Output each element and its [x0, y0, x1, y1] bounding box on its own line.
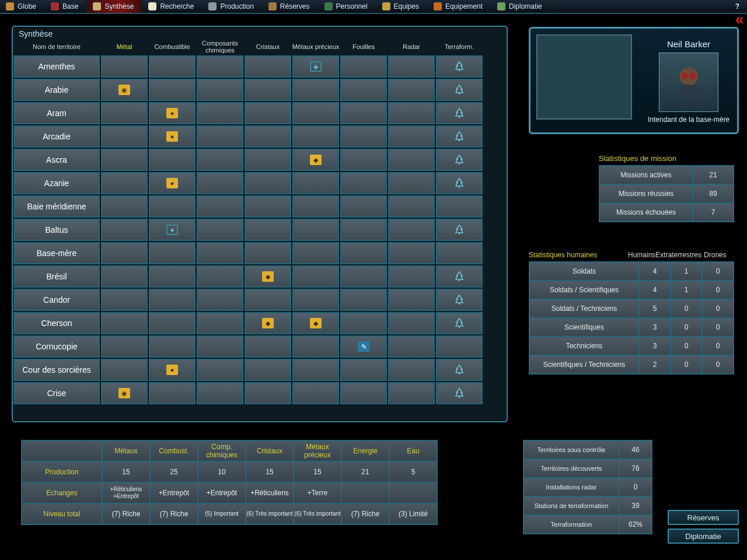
territory-stats-block: Territoires sous contrôle46Territoires d…: [523, 440, 657, 534]
column-header[interactable]: Terraform.: [435, 43, 483, 50]
territory-cell: [101, 289, 148, 311]
prod-header: Comp. chimiques: [198, 440, 246, 461]
territory-cell: [436, 219, 483, 241]
territory-cell: [292, 219, 339, 241]
column-header[interactable]: Combustible: [148, 43, 196, 50]
tab-production[interactable]: Production: [203, 0, 262, 13]
territory-cell: [292, 79, 339, 101]
close-arrow-icon[interactable]: «: [735, 10, 747, 34]
territory-name: Amenthes: [13, 55, 100, 78]
tab-equipes[interactable]: Equipes: [376, 0, 428, 13]
reserves-button[interactable]: Réserves: [668, 510, 739, 525]
territory-cell: [436, 382, 483, 404]
tab-equipement[interactable]: Equipement: [428, 0, 491, 13]
territory-row[interactable]: Crise◉: [13, 382, 507, 405]
territory-cell: [101, 102, 148, 124]
territory-cell: [149, 382, 196, 404]
territory-cell: [245, 125, 291, 148]
prod-cell: (3) Limité: [389, 503, 437, 524]
territory-row[interactable]: Aram●: [13, 102, 507, 125]
column-header[interactable]: Métal: [100, 43, 148, 50]
territory-cell: [340, 382, 387, 404]
territory-stats-table: Territoires sous contrôle46Territoires d…: [523, 440, 652, 534]
svg-rect-0: [459, 69, 460, 71]
tab-globe[interactable]: Globe: [0, 0, 45, 13]
territory-row[interactable]: Arcadie●: [13, 125, 507, 148]
territory-row[interactable]: Arabie◉: [13, 78, 507, 102]
territory-row[interactable]: Baltus●: [13, 218, 507, 242]
territory-cell: [245, 219, 291, 241]
column-header[interactable]: Cristaux: [244, 43, 292, 50]
tab-diplomatie[interactable]: Diplomatie: [491, 0, 551, 13]
prod-cell: 25: [150, 461, 198, 482]
territory-cell: ●: [149, 359, 196, 381]
stat-label: Installations radar: [523, 478, 619, 496]
stat-label: Stations de terraformation: [523, 496, 619, 515]
stat-value: 3: [639, 337, 671, 355]
territory-cell: [436, 125, 483, 148]
stat-value: 89: [693, 184, 734, 203]
territory-row[interactable]: Brésil◆: [13, 265, 507, 288]
tab-synthèse[interactable]: Synthèse: [87, 0, 142, 13]
svg-point-14: [681, 72, 687, 79]
mission-stats-block: Statistiques de mission Missions actives…: [599, 154, 739, 222]
column-header[interactable]: Fouilles: [340, 43, 388, 50]
stat-value: 0: [702, 318, 734, 337]
column-header[interactable]: Composants chimiques: [196, 40, 244, 54]
human-stats-block: Statistiques humaines Humains Extraterre…: [529, 251, 739, 374]
production-table: MétauxCombust.Comp. chimiquesCristauxMét…: [21, 440, 438, 525]
human-stats-table: Soldats410Soldats / Scientifiques410Sold…: [529, 261, 734, 374]
territory-row[interactable]: Cherson◆◆: [13, 312, 507, 335]
svg-rect-2: [459, 116, 460, 118]
territory-cell: [149, 289, 196, 311]
diplomacy-button[interactable]: Diplomatie: [668, 528, 739, 544]
column-header[interactable]: Radar: [388, 43, 435, 50]
territory-cell: [101, 55, 148, 78]
column-header[interactable]: Nom de territoire: [13, 43, 100, 50]
prod-cell: (7) Riche: [102, 503, 150, 524]
stat-label: Techniciens: [529, 337, 639, 355]
territory-cell: [388, 359, 435, 381]
territory-row[interactable]: Cour des sorcières●: [13, 358, 507, 382]
territory-cell: [340, 55, 387, 78]
territory-row[interactable]: Ascra◆: [13, 148, 507, 172]
territory-cell: ◉: [101, 79, 148, 101]
territory-cell: [388, 335, 435, 358]
territory-cell: ●: [149, 125, 196, 148]
stat-label: Soldats / Techniciens: [529, 299, 639, 318]
territory-cell: [388, 242, 435, 264]
tab-personnel[interactable]: Personnel: [319, 0, 376, 13]
territory-cell: [245, 242, 291, 264]
svg-rect-4: [459, 163, 460, 164]
territory-row[interactable]: Azanie●: [13, 172, 507, 195]
territory-cell: [197, 195, 243, 218]
territory-row[interactable]: Candor: [13, 288, 507, 312]
territory-row[interactable]: Amenthes◈: [13, 55, 507, 78]
stat-label: Soldats / Scientifiques: [529, 281, 639, 299]
territory-row[interactable]: Cornucopie✎: [13, 335, 507, 358]
tab-recherche[interactable]: Recherche: [142, 0, 203, 13]
territory-cell: [436, 195, 483, 218]
territory-cell: ●: [149, 219, 196, 241]
territory-cell: [149, 335, 196, 358]
stat-value: 5: [639, 299, 671, 318]
tab-réserves[interactable]: Réserves: [263, 0, 319, 13]
stat-label: Scientifiques / Techniciens: [529, 355, 639, 374]
territory-cell: [197, 359, 243, 381]
territory-cell: [388, 312, 435, 334]
territory-row[interactable]: Base-mère: [13, 242, 507, 265]
territory-row[interactable]: Baie méridienne: [13, 195, 507, 218]
territory-synthesis-panel: Synthèse Nom de territoireMétalCombustib…: [12, 26, 508, 422]
column-header[interactable]: Métaux précieux: [292, 43, 340, 50]
territory-cell: [340, 102, 387, 124]
territory-cell: [245, 289, 291, 311]
territory-cell: [388, 55, 435, 78]
territory-cell: [340, 149, 387, 171]
territory-name: Aram: [13, 102, 100, 124]
stat-value: 1: [671, 262, 702, 281]
svg-rect-5: [459, 186, 460, 188]
territory-cell: [101, 359, 148, 381]
tab-base[interactable]: Base: [45, 0, 87, 13]
territory-cell: [101, 242, 148, 264]
territory-cell: [197, 172, 243, 194]
